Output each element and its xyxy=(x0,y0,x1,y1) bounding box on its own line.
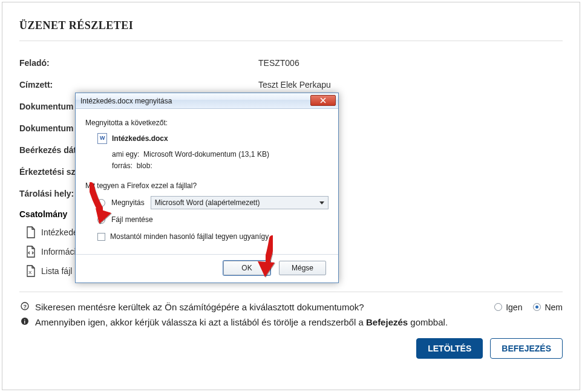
remember-label: Mostantól minden hasonló fájllal tegyen … xyxy=(110,232,269,241)
radio-icon xyxy=(97,199,105,207)
download-button[interactable]: LETÖLTÉS xyxy=(416,338,483,359)
open-with-selected: Microsoft Word (alapértelmezett) xyxy=(155,198,260,207)
dialog-title: Intézkedés.docx megnyitása xyxy=(80,97,172,105)
question-icon: ? xyxy=(19,302,30,312)
finish-button[interactable]: BEFEJEZÉS xyxy=(490,338,563,359)
svg-text:X: X xyxy=(28,270,32,275)
value-sender: TESZT006 xyxy=(258,58,563,68)
option-save-file[interactable]: Fájl mentése xyxy=(97,215,329,224)
dialog-file-meta: ami egy: Microsoft Word-dokumentum (13,1… xyxy=(112,149,329,172)
radio-no[interactable]: Nem xyxy=(533,302,563,312)
question-saved-row: ? Sikeresen mentésre kerültek az Ön szám… xyxy=(19,299,563,315)
dialog-file-name: Intézkedés.docx xyxy=(112,134,168,143)
yes-no-group: Igen Nem xyxy=(494,302,563,312)
checkbox-icon xyxy=(97,233,105,241)
svg-text:i: i xyxy=(24,319,26,325)
radio-icon xyxy=(533,303,541,311)
radio-yes[interactable]: Igen xyxy=(494,302,522,312)
radio-no-label: Nem xyxy=(544,302,563,312)
info-icon: i xyxy=(19,317,30,327)
chevron-down-icon xyxy=(319,201,324,204)
divider xyxy=(76,254,338,255)
remember-choice-row[interactable]: Mostantól minden hasonló fájllal tegyen … xyxy=(97,232,329,241)
save-file-label: Fájl mentése xyxy=(111,215,153,224)
label-sender: Feladó: xyxy=(19,58,258,68)
option-open-with[interactable]: Megnyitás Microsoft Word (alapértelmezet… xyxy=(97,196,329,209)
info-row: i Amennyiben igen, akkor kérjük válassza… xyxy=(19,315,563,330)
dialog-file-row: Intézkedés.docx xyxy=(97,133,329,144)
dialog-titlebar[interactable]: Intézkedés.docx megnyitása xyxy=(76,93,338,109)
label-recipient: Címzett: xyxy=(19,80,258,90)
dialog-buttons: OK Mégse xyxy=(85,261,329,275)
panel-title: ÜZENET RÉSZLETEI xyxy=(19,19,563,41)
svg-text:?: ? xyxy=(23,304,27,310)
dialog-question: Mit tegyen a Firefox ezzel a fájllal? xyxy=(85,181,329,190)
radio-icon xyxy=(97,216,105,224)
divider xyxy=(19,292,563,292)
question-saved-text: Sikeresen mentésre kerültek az Ön számít… xyxy=(35,302,364,312)
close-icon xyxy=(320,97,326,103)
open-with-label: Megnyitás xyxy=(111,198,145,207)
value-recipient: Teszt Elek Perkapu xyxy=(258,80,563,90)
excel-document-icon: X xyxy=(25,265,36,277)
dialog-opened-label: Megnyitotta a következőt: xyxy=(85,119,329,127)
open-with-select[interactable]: Microsoft Word (alapértelmezett) xyxy=(151,196,329,209)
ok-button[interactable]: OK xyxy=(223,261,270,275)
file-open-dialog: Intézkedés.docx megnyitása Megnyitotta a… xyxy=(75,93,339,283)
code-document-icon xyxy=(25,246,36,258)
radio-icon xyxy=(494,303,502,311)
document-icon xyxy=(25,226,36,238)
cancel-button[interactable]: Mégse xyxy=(279,261,326,275)
radio-yes-label: Igen xyxy=(506,302,522,312)
dialog-body: Megnyitotta a következőt: Intézkedés.doc… xyxy=(76,109,338,283)
word-file-icon xyxy=(97,133,107,144)
close-button[interactable] xyxy=(310,95,336,106)
detail-row-sender: Feladó: TESZT006 xyxy=(19,52,563,74)
info-text: Amennyiben igen, akkor kérjük válassza k… xyxy=(35,317,448,327)
action-buttons: LETÖLTÉS BEFEJEZÉS xyxy=(19,338,563,359)
